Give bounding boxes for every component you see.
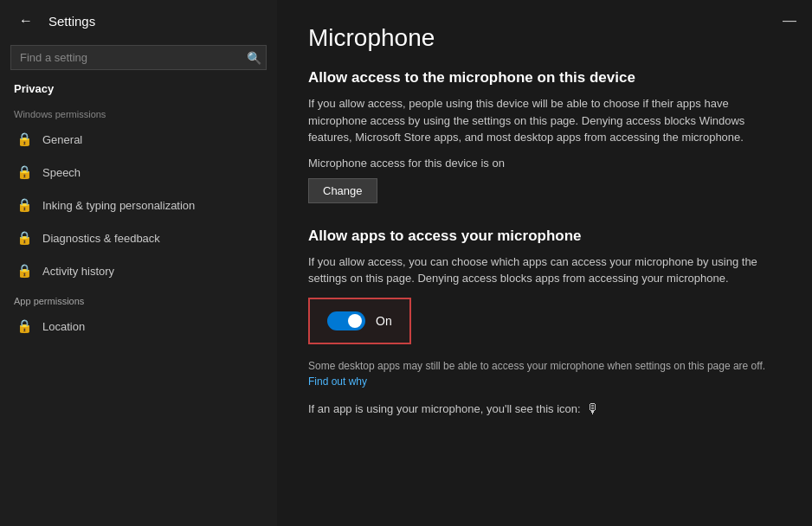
window-controls: — bbox=[777, 9, 802, 33]
sidebar-item-label: General bbox=[42, 133, 82, 146]
lock-icon: 🔒 bbox=[16, 132, 32, 147]
sidebar-item-label: Speech bbox=[42, 166, 81, 179]
sidebar-item-speech[interactable]: 🔒 Speech bbox=[0, 156, 277, 189]
sidebar-item-activity[interactable]: 🔒 Activity history bbox=[0, 254, 277, 287]
minimize-button[interactable]: — bbox=[777, 9, 802, 33]
icon-note: If an app is using your microphone, you'… bbox=[308, 401, 781, 417]
back-button[interactable]: ← bbox=[14, 9, 38, 33]
search-icon[interactable]: 🔍 bbox=[247, 51, 261, 65]
sidebar-item-label: Inking & typing personalization bbox=[42, 199, 195, 212]
section2-body: If you allow access, you can choose whic… bbox=[308, 253, 781, 287]
section2-heading: Allow apps to access your microphone bbox=[308, 228, 781, 245]
sidebar-item-label: Location bbox=[42, 320, 85, 333]
section1-heading: Allow access to the microphone on this d… bbox=[308, 69, 781, 87]
lock-icon: 🔒 bbox=[16, 197, 32, 213]
lock-icon: 🔒 bbox=[16, 263, 32, 279]
windows-permissions-label: Windows permissions bbox=[0, 102, 277, 123]
app-permissions-label: App permissions bbox=[0, 287, 277, 310]
sidebar-item-location[interactable]: 🔒 Location bbox=[0, 310, 277, 343]
page-title: Microphone bbox=[308, 24, 781, 52]
main-content: — Microphone Allow access to the microph… bbox=[277, 0, 812, 526]
toggle-knob bbox=[348, 314, 362, 328]
sidebar-item-label: Diagnostics & feedback bbox=[42, 232, 160, 245]
toggle-area: On bbox=[308, 298, 411, 344]
change-button[interactable]: Change bbox=[308, 178, 377, 203]
icon-note-text: If an app is using your microphone, you'… bbox=[308, 402, 581, 415]
sidebar: ← Settings 🔍 Privacy Windows permissions… bbox=[0, 0, 277, 526]
microphone-toggle[interactable] bbox=[327, 311, 365, 330]
section1-body: If you allow access, people using this d… bbox=[308, 95, 781, 146]
find-out-why-link[interactable]: Find out why bbox=[308, 375, 367, 388]
sidebar-item-diagnostics[interactable]: 🔒 Diagnostics & feedback bbox=[0, 221, 277, 254]
note-text: Some desktop apps may still be able to a… bbox=[308, 358, 781, 389]
lock-icon: 🔒 bbox=[16, 318, 32, 334]
sidebar-item-inking[interactable]: 🔒 Inking & typing personalization bbox=[0, 189, 277, 221]
privacy-label: Privacy bbox=[0, 77, 277, 102]
microphone-icon: 🎙 bbox=[586, 401, 600, 417]
sidebar-item-label: Activity history bbox=[42, 265, 114, 278]
sidebar-item-general[interactable]: 🔒 General bbox=[0, 123, 277, 156]
sidebar-header: ← Settings bbox=[0, 0, 277, 42]
device-status-text: Microphone access for this device is on bbox=[308, 157, 781, 170]
lock-icon: 🔒 bbox=[16, 164, 32, 180]
lock-icon: 🔒 bbox=[16, 230, 32, 246]
search-input[interactable] bbox=[10, 45, 267, 70]
search-box: 🔍 bbox=[10, 45, 267, 70]
toggle-label: On bbox=[376, 314, 392, 328]
sidebar-title: Settings bbox=[48, 14, 95, 29]
